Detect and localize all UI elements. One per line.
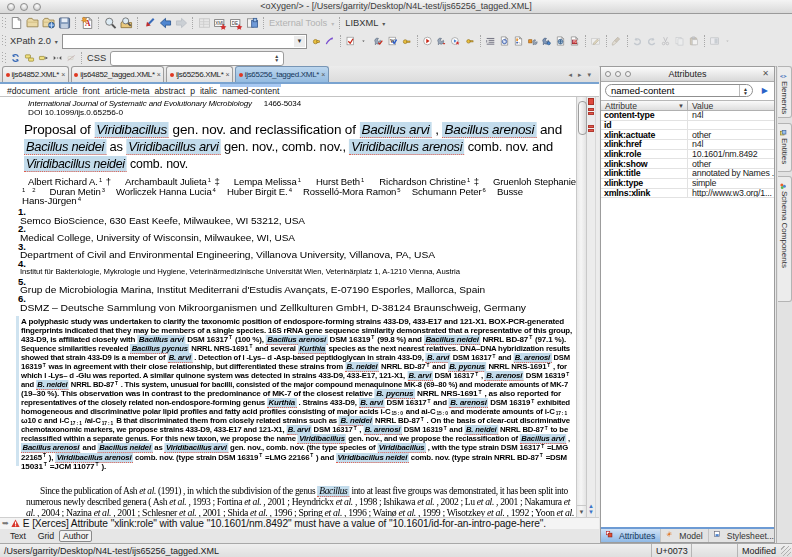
attribute-row[interactable]: content-typen4l (601, 111, 774, 121)
tag-next-icon[interactable] (37, 51, 50, 66)
side-tab-entities[interactable]: Entities (778, 123, 792, 172)
check-wellformed-icon[interactable]: W (386, 34, 399, 49)
tabs-list-icon[interactable]: ▾ (587, 71, 591, 79)
named-content-highlight[interactable]: Viridibacillus neidei (336, 453, 409, 463)
value-column-header[interactable]: Value (688, 101, 774, 110)
breadcrumb-item[interactable]: front (82, 85, 99, 96)
validate-with-icon[interactable] (372, 34, 385, 49)
attribute-row[interactable]: xlink:role10.1601/nm.8492 (601, 150, 774, 160)
tab-close-icon[interactable]: × (226, 71, 230, 78)
named-content-highlight[interactable]: Bacillus (317, 486, 349, 497)
save-icon[interactable] (57, 16, 72, 31)
mode-button-grid[interactable]: Grid (36, 531, 56, 541)
attribute-row[interactable]: xlink:hrefn4l (601, 140, 774, 150)
scrollbar-down-icon[interactable]: ▼ (577, 505, 586, 517)
named-content-highlight[interactable]: Viridibacillus arenosi (349, 139, 464, 155)
tab-close-icon[interactable]: × (61, 71, 65, 78)
apply-transform-icon[interactable] (421, 34, 434, 49)
goto-error-icon[interactable]: ➥ (2, 519, 9, 528)
attribute-row[interactable]: xlink:titleannotated by Names ... (601, 169, 774, 179)
associate-dtd-icon[interactable]: DE (229, 16, 244, 31)
panel-tab-model[interactable]: Model (661, 529, 708, 542)
next-element-icon[interactable]: ▶ (762, 86, 768, 95)
xpath-settings-icon[interactable] (309, 34, 322, 49)
refresh-icon[interactable] (9, 51, 22, 66)
editor-tab[interactable]: ijs65256_tagged.XML*× (235, 66, 329, 82)
breadcrumb-item[interactable]: named-content (222, 85, 279, 96)
attribute-row[interactable]: xmlns:xlinkhttp://www.w3.org/1... (601, 189, 774, 199)
next-error-icon[interactable]: ▼ (588, 509, 594, 515)
error-marker[interactable] (588, 129, 594, 132)
validate-key-icon[interactable] (400, 34, 413, 49)
goto-last-edit-icon[interactable] (142, 16, 157, 31)
back-icon[interactable] (158, 16, 173, 31)
named-content-highlight[interactable]: Viridibacillus arvi (126, 139, 220, 155)
attributes-table-header[interactable]: Attribute▼ Value (601, 100, 774, 111)
search-in-files-icon[interactable] (119, 16, 134, 31)
xpath-input[interactable]: ▼ (62, 34, 307, 49)
xpath-dd-icon[interactable]: ▾ (55, 38, 58, 45)
xpath-input-dd-icon[interactable]: ▼ (294, 36, 305, 47)
validation-error-bar[interactable]: ➥ E [Xerces] Attribute "xlink:role" with… (0, 517, 599, 529)
debug-transform-icon[interactable] (449, 34, 462, 49)
doc-pdf-icon[interactable]: PDF (568, 34, 581, 49)
attribute-row[interactable]: id (601, 121, 774, 131)
search-icon[interactable] (103, 16, 118, 31)
error-marker[interactable] (588, 112, 594, 115)
format-indent-icon[interactable] (484, 34, 497, 49)
mode-button-author[interactable]: Author (59, 530, 92, 542)
tab-close-icon[interactable]: × (157, 71, 161, 78)
tools-orange-icon[interactable] (526, 34, 539, 49)
named-content-highlight[interactable]: Viridibacillus neidei (24, 156, 127, 172)
resize-grip[interactable] (781, 546, 791, 556)
doc-globe-icon[interactable] (554, 34, 567, 49)
breadcrumb-item[interactable]: italic (200, 85, 217, 96)
configure-transform-icon[interactable] (435, 34, 448, 49)
stepper-down-icon[interactable]: ▼ (274, 58, 279, 62)
error-marker[interactable] (588, 108, 594, 111)
doc-refresh-icon[interactable] (498, 34, 511, 49)
attributes-panel-header[interactable]: Attributes ✕ (601, 67, 774, 82)
tag-bounds-icon[interactable] (51, 51, 64, 66)
associate-xml-icon[interactable]: XML (213, 16, 228, 31)
panel-tab-attributes[interactable]: Attributes (601, 529, 661, 542)
libxml-menu[interactable]: LIBXML (345, 18, 378, 28)
attribute-row[interactable]: xlink:typesimple (601, 179, 774, 189)
doc-structure-icon[interactable] (512, 34, 525, 49)
named-content-highlight[interactable]: Bacillus arvi (359, 122, 431, 138)
named-content-highlight[interactable]: Bacillus arenosi (442, 122, 536, 138)
combo-stepper-icon[interactable]: ▲▼ (739, 85, 751, 96)
breadcrumb-item[interactable]: #document (7, 85, 50, 96)
panel-tab-stylesheet[interactable]: Stylesheet... (709, 529, 780, 542)
breadcrumb-item[interactable]: article (55, 85, 78, 96)
tab-close-icon[interactable]: × (321, 71, 325, 78)
css-combo[interactable]: ▲▼ (110, 51, 284, 66)
tabs-scroll-left-icon[interactable]: ◂ (568, 71, 572, 79)
validate-dd-icon[interactable] (358, 34, 371, 49)
external-tools-menu[interactable]: External Tools (269, 18, 327, 28)
breadcrumb-item[interactable]: abstract (155, 85, 186, 96)
mode-button-text[interactable]: Text (8, 531, 28, 541)
new-file-icon[interactable] (9, 16, 24, 31)
editor-tab[interactable]: ijs64852.XML*× (2, 66, 69, 82)
vertical-scrollbar[interactable]: ▼ (576, 97, 587, 517)
named-content-highlight[interactable]: Viridibacillus (94, 122, 169, 138)
open-folder-icon[interactable] (25, 16, 40, 31)
css-combo-stepper-icon[interactable]: ▲▼ (272, 52, 281, 65)
sort-icon[interactable]: ▼ (678, 103, 684, 109)
stepper-down-icon[interactable]: ▼ (743, 91, 748, 95)
tabs-scroll-right-icon[interactable]: ▸ (578, 71, 582, 79)
attribute-row[interactable]: xlink:showother (601, 159, 774, 169)
attribute-column-header[interactable]: Attribute▼ (601, 101, 688, 110)
tags-pair-icon[interactable] (23, 51, 36, 66)
error-marker[interactable] (588, 125, 594, 128)
panel-close-icon[interactable]: ✕ (762, 69, 769, 78)
error-navigation-icons[interactable]: ▲▼ (587, 502, 595, 516)
validate-icon[interactable] (344, 34, 357, 49)
libxml-dd-icon[interactable]: ▾ (382, 20, 385, 27)
export-pdf-icon[interactable]: A (80, 16, 95, 31)
editor-tab[interactable]: ijs64852_tagged.XML*× (71, 66, 165, 82)
named-content-highlight[interactable]: Bacillus neidei (24, 139, 106, 155)
open-url-icon[interactable] (41, 16, 56, 31)
element-name-combo[interactable]: named-content ▲▼ (605, 84, 753, 97)
